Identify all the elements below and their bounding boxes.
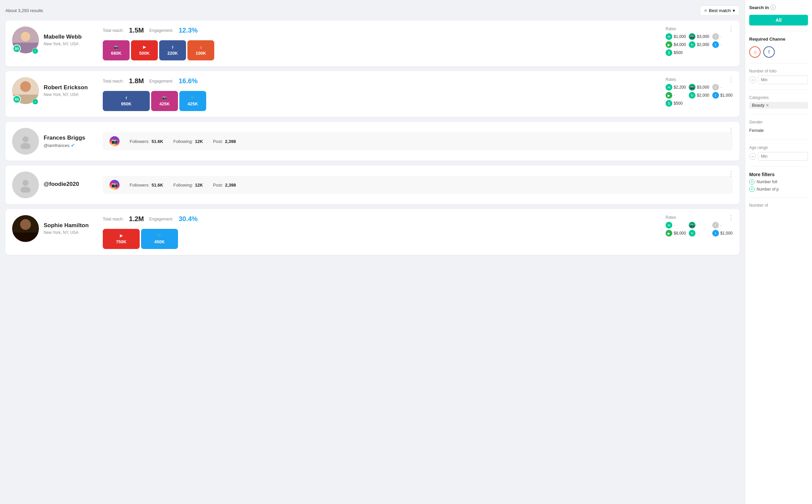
sort-dropdown[interactable]: ≡ Best match ▾ [700, 5, 739, 16]
rate-item: f - [712, 84, 733, 91]
youtube-icon: ▶ [120, 234, 123, 238]
twitter-rate-icon: t [712, 92, 719, 99]
categories-label: Categories [749, 95, 808, 100]
spotify-channel-icon[interactable]: ♫ [749, 46, 761, 58]
rate-value: $8,000 [674, 231, 686, 236]
rate-item: 📷 $3,000 [689, 84, 709, 91]
rate-item: 📷 - [689, 222, 709, 229]
dash-rate-icon: f [712, 33, 719, 40]
engagement-value: 12.3% [179, 27, 198, 34]
rate-item: ✉ $1,000 [666, 33, 686, 40]
remove-category-button[interactable]: ✕ [766, 103, 769, 108]
rate-item: t $1,000 [712, 92, 733, 99]
channel-tile-facebook[interactable]: f 950K [103, 91, 150, 111]
channel-tile-twitter[interactable]: 🐦 425K [179, 91, 206, 111]
rate-value: $2,000 [697, 42, 709, 47]
rate-item: f - [712, 222, 733, 229]
avatar-wrap: 80 ✓ [12, 27, 39, 53]
remove-filter-button[interactable]: − [749, 77, 756, 83]
reach-value: 1.8M [129, 77, 144, 85]
followers-item: Followers: 51.6K [130, 139, 163, 144]
sort-label: Best match [709, 8, 731, 13]
channel-tiles: f 950K 📷 425K 🐦 425K [103, 91, 660, 111]
refresh-rate-icon: ↻ [689, 92, 695, 99]
more-options-icon[interactable]: ⋮ [728, 76, 734, 83]
influencer-location: New York, NY, USA [44, 92, 97, 97]
engagement-label: Engagement: [149, 217, 173, 221]
number-of-followers-section: Number of follo − [749, 69, 808, 84]
more-filter-item-1[interactable]: + Number foll [749, 179, 808, 185]
rate-item: ↻ $2,000 [689, 92, 709, 99]
svg-point-9 [20, 143, 31, 149]
rates-grid: ✉ $2,200 📷 $3,000 f - ▶ [666, 84, 733, 107]
svg-point-1 [21, 32, 30, 41]
influencer-info: Robert Erickson New York, NY, USA [44, 84, 97, 97]
channel-tile-youtube[interactable]: ▶ 750K [103, 229, 140, 249]
twitter-icon: 🐦 [157, 234, 162, 238]
twitter-rate-icon: t [712, 41, 719, 48]
influencer-location: New York, NY, USA [44, 42, 97, 46]
rate-item: t - [712, 41, 733, 48]
category-tag: Beauty ✕ [749, 102, 808, 109]
influencer-name: @foodie2020 [44, 181, 97, 188]
camera-rate-icon: 📷 [689, 84, 695, 91]
rate-value: $4,000 [674, 42, 686, 47]
search-in-all-button[interactable]: All [749, 15, 808, 26]
sort-icon: ≡ [704, 8, 707, 13]
channel-tile-spotify[interactable]: ♫ 100K [187, 40, 214, 60]
influencer-info: Frances Briggs @iamfrances ✔ [44, 135, 97, 148]
rate-value: $3,000 [697, 34, 709, 39]
more-options-icon[interactable]: ⋮ [728, 127, 734, 134]
channel-tile-instagram[interactable]: 📷 425K [151, 91, 178, 111]
score-badge: 80 [13, 45, 21, 53]
rates-section: Rates ✉ $1,000 📷 $3,000 f - [666, 27, 733, 56]
message-rate-icon: ✉ [666, 222, 672, 229]
min-followers-input[interactable] [758, 75, 808, 84]
message-rate-icon: ✉ [666, 84, 672, 91]
divider [749, 31, 808, 31]
rate-item: ↻ $2,000 [689, 41, 709, 48]
more-options-icon[interactable]: ⋮ [728, 170, 734, 178]
rate-value: $2,000 [697, 93, 709, 98]
followers-item: Followers: 51.6K [130, 183, 163, 188]
svg-point-13 [20, 219, 31, 230]
search-in-section: Search in i All [749, 5, 808, 26]
more-options-icon[interactable]: ⋮ [728, 25, 734, 33]
filter-input-row: − [749, 75, 808, 84]
rate-item: ↻ - [689, 230, 709, 237]
engagement-label: Engagement: [149, 28, 173, 33]
posts-value: 2,398 [225, 183, 236, 188]
more-options-icon[interactable]: ⋮ [728, 214, 734, 221]
channel-tile-instagram[interactable]: 📷 680K [103, 40, 130, 60]
rate-item: ▶ - [666, 92, 686, 99]
rates-grid: ✉ $1,000 📷 $3,000 f - ▶ [666, 33, 733, 56]
reach-label: Total reach: [103, 217, 124, 221]
followers-value: 51.6K [151, 183, 163, 188]
more-filter-item-2[interactable]: + Number of p [749, 187, 808, 192]
handle-text: @iamfrances [44, 143, 70, 148]
avatar-wrap [12, 128, 39, 155]
channel-tile-youtube[interactable]: ▶ 500K [131, 40, 158, 60]
avatar-wrap: 65 ✓ [12, 77, 39, 104]
channel-icons-row: ♫ f [749, 46, 808, 58]
reach-label: Total reach: [103, 28, 124, 33]
channel-tile-twitter[interactable]: 🐦 450K [141, 229, 178, 249]
rate-value: - [697, 223, 698, 228]
channel-tile-facebook[interactable]: f 220K [159, 40, 186, 60]
rates-grid: ✉ - 📷 - f - ▶ $8,000 [666, 222, 733, 237]
twitter-rate-icon: t [712, 230, 719, 237]
required-channels-label: Required Channe [749, 37, 808, 42]
influencer-name: Frances Briggs [44, 135, 97, 141]
more-filters-section: More filters + Number foll + Number of p [749, 172, 808, 192]
rate-value: $3,000 [697, 85, 709, 90]
remove-age-filter-button[interactable]: − [749, 153, 756, 160]
min-age-input[interactable] [758, 152, 808, 161]
number-of-section-bottom: Number of [749, 203, 808, 208]
message-rate-icon: ✉ [666, 33, 672, 40]
more-filters-title: More filters [749, 172, 808, 177]
facebook-channel-icon[interactable]: f [763, 46, 775, 58]
facebook-icon: f [172, 45, 173, 49]
influencer-list: ⋮ 80 ✓ [5, 20, 739, 255]
engagement-label: Engagement: [149, 79, 173, 84]
rate-item: 📷 $3,000 [689, 33, 709, 40]
